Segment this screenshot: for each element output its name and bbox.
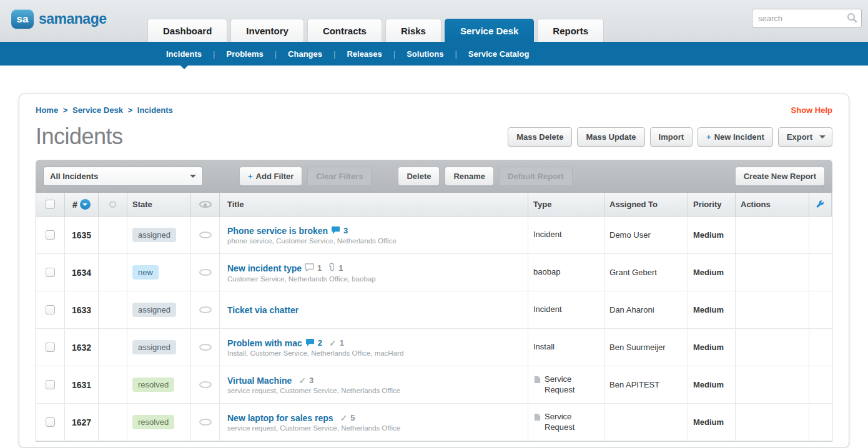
select-all-checkbox[interactable]	[46, 200, 55, 209]
watch-eye-icon[interactable]	[199, 201, 212, 208]
tab-risks[interactable]: Risks	[385, 19, 441, 42]
approval-check-icon: ✓	[329, 338, 337, 348]
mass-delete-button[interactable]: Mass Delete	[508, 127, 572, 147]
row-checkbox[interactable]	[46, 380, 55, 389]
watch-toggle-icon[interactable]	[199, 381, 212, 388]
breadcrumb: Home > Service Desk > Incidents	[36, 105, 175, 115]
report-select[interactable]: All Incidents	[43, 167, 203, 186]
add-filter-button[interactable]: + Add Filter	[239, 167, 302, 186]
export-dropdown-button[interactable]: Export	[778, 127, 832, 147]
incident-type: Service Request	[545, 374, 599, 395]
column-state[interactable]: State	[127, 193, 191, 216]
row-checkbox[interactable]	[46, 305, 55, 314]
column-type[interactable]: Type	[528, 193, 604, 216]
chevron-down-icon	[190, 175, 196, 181]
search-input[interactable]	[752, 9, 862, 27]
row-actions	[736, 404, 809, 441]
import-button[interactable]: Import	[650, 127, 693, 147]
watch-toggle-icon[interactable]	[199, 269, 212, 276]
check-count: 5	[350, 413, 355, 422]
incident-title-link[interactable]: Ticket via chatter	[227, 305, 298, 315]
row-actions	[736, 217, 809, 253]
tab-reports[interactable]: Reports	[537, 19, 604, 42]
incident-title-link[interactable]: Problem with mac	[227, 338, 302, 348]
priority: Medium	[688, 291, 736, 328]
row-actions	[736, 366, 809, 403]
column-number[interactable]: #	[72, 200, 77, 210]
watch-toggle-icon[interactable]	[199, 344, 212, 351]
tab-contracts[interactable]: Contracts	[307, 19, 382, 42]
new-incident-button[interactable]: + New Incident	[698, 127, 773, 147]
incident-title-link[interactable]: Phone service is broken	[227, 226, 328, 236]
main-tabs: Dashboard Inventory Contracts Risks Serv…	[147, 19, 607, 42]
service-desk-subnav: Incidents | Problems | Changes | Release…	[0, 42, 868, 66]
row-actions	[736, 254, 809, 291]
incident-type: Install	[533, 342, 555, 352]
attachment-paperclip-icon	[327, 263, 335, 274]
comments-outline-icon	[305, 263, 314, 273]
mass-update-button[interactable]: Mass Update	[577, 127, 644, 147]
create-new-report-button[interactable]: Create New Report	[735, 167, 825, 186]
rename-report-button[interactable]: Rename	[445, 167, 494, 186]
column-assigned-to[interactable]: Assigned To	[604, 193, 688, 216]
content-panel: Home > Service Desk > Incidents Show Hel…	[19, 94, 849, 448]
row-checkbox[interactable]	[46, 268, 55, 277]
column-priority[interactable]: Priority	[688, 193, 736, 216]
incident-tags: service request, Customer Service, Nethe…	[227, 387, 400, 394]
page-actions: Mass Delete Mass Update Import + New Inc…	[508, 127, 832, 147]
priority: Medium	[688, 254, 736, 291]
row-checkbox[interactable]	[46, 230, 55, 240]
state-badge: assigned	[132, 303, 176, 317]
tab-dashboard[interactable]: Dashboard	[147, 19, 227, 42]
assigned-to: Ben Suurmeijer	[604, 329, 688, 366]
column-title[interactable]: Title	[220, 193, 528, 216]
subnav-service-catalog[interactable]: Service Catalog	[466, 49, 532, 59]
state-badge: new	[132, 265, 159, 280]
breadcrumb-home[interactable]: Home	[36, 105, 58, 115]
comment-count: 2	[318, 338, 322, 348]
watch-toggle-icon[interactable]	[199, 306, 212, 313]
samanage-logo[interactable]: sa samanage	[11, 9, 107, 29]
incident-type: baobap	[533, 267, 560, 277]
plus-icon: +	[706, 132, 711, 142]
row-checkbox[interactable]	[46, 343, 55, 352]
incident-number: 1631	[65, 366, 99, 403]
subnav-problems[interactable]: Problems	[224, 49, 265, 59]
row-checkbox[interactable]	[46, 417, 55, 427]
tab-inventory[interactable]: Inventory	[230, 19, 304, 42]
approval-check-icon: ✓	[340, 413, 348, 423]
table-row: 1635 assigned Phone service is broken 3 …	[36, 217, 832, 254]
page-title: Incidents	[36, 124, 123, 150]
filter-toolbar: All Incidents + Add Filter Clear Filters…	[36, 160, 832, 193]
customize-columns-wrench-icon[interactable]	[809, 193, 832, 216]
watch-toggle-icon[interactable]	[199, 231, 212, 238]
table-row: 1631 resolved Virtual Machine ✓ 3 servic…	[36, 366, 832, 404]
assigned-to: Demo User	[604, 217, 688, 253]
incident-title-link[interactable]: New incident type	[227, 263, 302, 273]
plus-icon: +	[248, 172, 253, 181]
breadcrumb-service-desk[interactable]: Service Desk	[72, 105, 123, 115]
attachment-count: 1	[338, 263, 343, 273]
incident-tags: Install, Customer Service, Netherlands O…	[227, 349, 403, 357]
tab-service-desk[interactable]: Service Desk	[445, 19, 534, 42]
subnav-divider: |	[213, 49, 215, 59]
sort-descending-icon[interactable]	[80, 199, 91, 210]
incident-type: Incident	[533, 304, 562, 314]
subnav-changes[interactable]: Changes	[285, 49, 325, 59]
incident-tags: phone service, Customer Service, Netherl…	[227, 237, 397, 245]
status-circle-icon[interactable]	[109, 201, 116, 208]
watch-toggle-icon[interactable]	[199, 419, 212, 426]
subnav-divider: |	[455, 49, 456, 59]
incident-tags: service request, Customer Service, Nethe…	[227, 424, 400, 432]
subnav-incidents[interactable]: Incidents	[164, 49, 204, 59]
show-help-link[interactable]: Show Help	[791, 105, 832, 115]
subnav-solutions[interactable]: Solutions	[404, 49, 446, 59]
subnav-divider: |	[333, 49, 335, 59]
incident-title-link[interactable]: Virtual Machine	[227, 376, 292, 386]
priority: Medium	[688, 366, 736, 403]
incident-title-link[interactable]: New laptop for sales reps	[227, 413, 333, 423]
subnav-releases[interactable]: Releases	[344, 49, 384, 59]
delete-report-button[interactable]: Delete	[398, 167, 440, 186]
service-request-document-icon	[533, 413, 541, 423]
incident-type: Service Request	[545, 412, 599, 432]
